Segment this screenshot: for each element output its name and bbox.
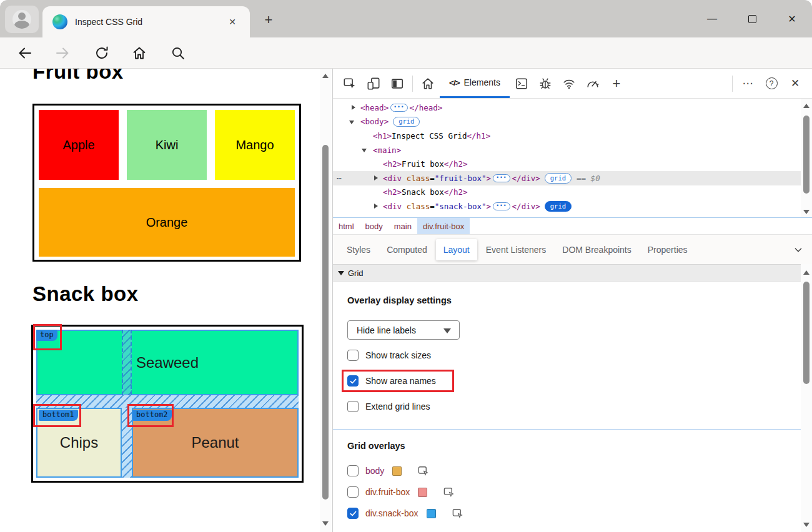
grid-badge[interactable]: grid [393, 117, 420, 127]
chevron-down-icon[interactable] [793, 245, 803, 257]
expand-arrow-icon[interactable] [374, 175, 378, 180]
scroll-up-icon[interactable] [803, 104, 810, 108]
expand-arrow-icon[interactable] [352, 105, 355, 110]
overlay-label[interactable]: div.fruit-box [365, 487, 410, 497]
tree-row-h2-fruit[interactable]: <h2>Fruit box</h2> [333, 157, 812, 171]
show-track-sizes-row[interactable]: Show track sizes [347, 348, 431, 362]
overlay-row-snack-box[interactable]: div.snack-box [347, 506, 463, 521]
inline-expand-icon[interactable]: ••• [493, 174, 510, 182]
browser-tab[interactable]: Inspect CSS Grid ✕ [42, 6, 250, 37]
fruit-box-grid: Apple Kiwi Mango Orange [32, 104, 301, 262]
breadcrumb-body[interactable]: body [360, 218, 389, 234]
extend-grid-lines-row[interactable]: Extend grid lines [347, 400, 430, 413]
search-icon[interactable] [170, 45, 186, 61]
close-window-button[interactable]: ✕ [772, 0, 812, 37]
breadcrumb-fruit-box[interactable]: div.fruit-box [417, 218, 470, 234]
tag-token: </div> [512, 174, 540, 183]
tag-token: <div [383, 174, 402, 183]
grid-section-header[interactable]: Grid [333, 264, 801, 282]
tree-scrollbar-thumb[interactable] [803, 116, 810, 194]
devtools-help-button[interactable]: ? [760, 69, 783, 98]
overlay-snack-box-checkbox[interactable] [347, 508, 359, 519]
overlay-row-body[interactable]: body [347, 463, 429, 478]
tab-properties[interactable]: Properties [640, 239, 695, 260]
scroll-down-icon[interactable] [803, 210, 810, 214]
expand-arrow-icon[interactable] [374, 204, 378, 209]
scroll-up-icon[interactable] [803, 270, 810, 275]
inline-expand-icon[interactable]: ••• [493, 202, 510, 210]
tab-styles[interactable]: Styles [339, 239, 378, 260]
tag-token: <main> [373, 145, 401, 155]
page-scrollbar-thumb[interactable] [322, 145, 329, 500]
scroll-down-icon[interactable] [803, 523, 810, 527]
network-wifi-button[interactable] [557, 69, 581, 98]
collapse-arrow-icon[interactable] [362, 149, 367, 152]
minimize-button[interactable]: — [692, 0, 732, 37]
grid-badge-active[interactable]: grid [545, 201, 572, 212]
tab-close-icon[interactable]: ✕ [225, 16, 240, 28]
toolbar-separator [412, 76, 413, 92]
devtools-close-button[interactable]: ✕ [783, 69, 807, 98]
tree-row-snack-box[interactable]: <div class="snack-box"> ••• </div> grid [333, 199, 812, 214]
add-tools-button[interactable]: + [605, 69, 628, 98]
tree-row-head[interactable]: <head> ••• </head> [333, 101, 812, 115]
tree-scrollbar[interactable] [801, 99, 812, 218]
grid-section-title: Grid [348, 268, 364, 278]
overlay-body-checkbox[interactable] [347, 465, 359, 476]
tree-row-h2-snack[interactable]: <h2>Snack box</h2> [333, 185, 812, 200]
inline-expand-icon[interactable]: ••• [390, 104, 407, 112]
tree-row-main[interactable]: <main> [333, 143, 812, 157]
layout-scrollbar-thumb[interactable] [803, 282, 810, 384]
show-track-sizes-checkbox[interactable] [347, 350, 359, 361]
performance-gauge-button[interactable] [581, 69, 605, 98]
reveal-element-icon[interactable] [417, 465, 429, 477]
web-page: Fruit box Apple Kiwi Mango Orange Snack … [0, 69, 332, 532]
scroll-down-icon[interactable] [322, 521, 329, 526]
tree-row-fruit-box-selected[interactable]: ⋯ <div class="fruit-box"> ••• </div> gri… [333, 171, 812, 185]
layout-pane-scrollbar[interactable] [801, 264, 812, 532]
page-scrollbar[interactable] [320, 69, 331, 532]
inspect-element-button[interactable] [338, 69, 362, 98]
tree-row-h1[interactable]: <h1>Inspect CSS Grid</h1> [333, 129, 812, 143]
tree-row-body[interactable]: <body> grid [333, 115, 812, 129]
device-emulation-button[interactable] [362, 69, 385, 98]
tab-event-listeners[interactable]: Event Listeners [478, 239, 554, 260]
overlay-row-fruit-box[interactable]: div.fruit-box [347, 485, 455, 500]
tab-layout[interactable]: Layout [436, 239, 477, 260]
home-button[interactable] [131, 45, 147, 61]
new-tab-button[interactable]: + [260, 11, 277, 29]
back-button[interactable] [17, 45, 33, 61]
attr-token: class [407, 202, 430, 211]
scroll-up-icon[interactable] [322, 74, 329, 78]
tag-token: <h1> [373, 131, 392, 140]
snack-box-heading: Snack box [32, 282, 139, 306]
debugger-bug-button[interactable] [533, 69, 557, 98]
checkbox-label[interactable]: Show track sizes [365, 350, 431, 360]
dropdown-caret-icon [443, 328, 451, 333]
collapse-arrow-icon[interactable] [349, 121, 354, 124]
reveal-element-icon[interactable] [452, 508, 463, 520]
maximize-button[interactable] [732, 0, 772, 37]
overlay-label[interactable]: body [365, 466, 384, 476]
devtools-home-button[interactable] [416, 69, 440, 98]
row-menu-icon[interactable]: ⋯ [337, 174, 342, 183]
tab-dom-breakpoints[interactable]: DOM Breakpoints [555, 239, 638, 260]
reveal-element-icon[interactable] [443, 486, 455, 498]
text-token: Inspect CSS Grid [392, 131, 467, 140]
overlay-fruit-box-checkbox[interactable] [347, 486, 359, 498]
dock-side-button[interactable] [385, 69, 409, 98]
console-button[interactable] [510, 69, 533, 98]
breadcrumb-main[interactable]: main [389, 218, 417, 234]
devtools-more-button[interactable]: ⋯ [736, 69, 760, 98]
extend-grid-lines-checkbox[interactable] [347, 401, 359, 412]
overlay-label[interactable]: div.snack-box [365, 508, 418, 518]
refresh-button[interactable] [94, 45, 110, 61]
line-labels-dropdown[interactable]: Hide line labels [347, 320, 460, 340]
tab-elements[interactable]: </> Elements [440, 69, 510, 98]
profile-button[interactable] [5, 6, 39, 33]
forward-button[interactable] [54, 45, 71, 61]
checkbox-label[interactable]: Extend grid lines [365, 401, 430, 411]
tab-computed[interactable]: Computed [379, 239, 435, 260]
grid-badge[interactable]: grid [545, 173, 572, 184]
breadcrumb-html[interactable]: html [333, 218, 360, 234]
